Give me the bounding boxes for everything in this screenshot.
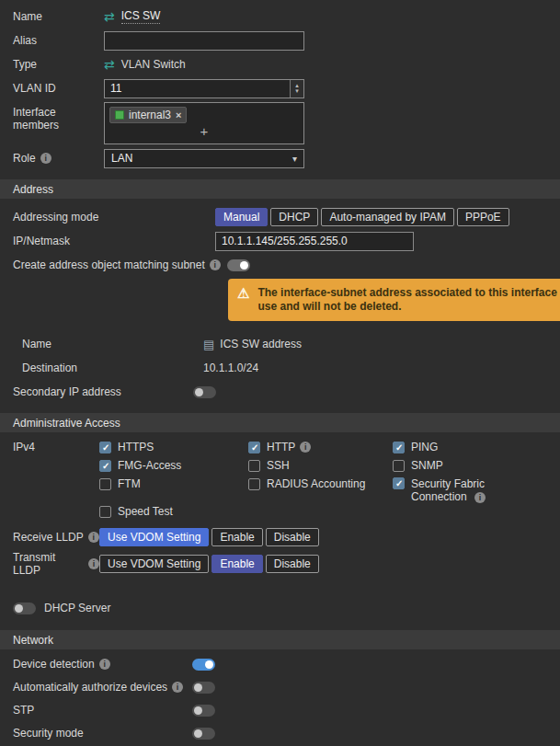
info-icon[interactable]: i bbox=[40, 153, 51, 164]
destination-label: Destination bbox=[0, 362, 203, 374]
addressing-ipam-button[interactable]: Auto-managed by IPAM bbox=[321, 208, 454, 226]
checkbox-https[interactable] bbox=[99, 442, 111, 453]
auto-authorize-devices-label: Automatically authorize devices bbox=[13, 681, 167, 694]
remove-member-icon[interactable]: × bbox=[176, 109, 181, 121]
checkbox-label: HTTP bbox=[267, 441, 295, 453]
checkbox-label: FTM bbox=[118, 477, 141, 490]
type-value: VLAN Switch bbox=[121, 58, 186, 71]
receive-lldp-row: Receive LLDP i Use VDOM Setting Enable D… bbox=[0, 527, 560, 547]
ip-netmask-row: IP/Netmask bbox=[0, 231, 560, 251]
stp-row: STP bbox=[0, 704, 560, 717]
info-icon[interactable]: i bbox=[88, 532, 99, 543]
checkbox-row-snmp: SNMP bbox=[393, 459, 505, 472]
stp-toggle[interactable] bbox=[192, 705, 215, 717]
interface-members-box[interactable]: internal3 × + bbox=[104, 102, 304, 144]
checkbox-row-fmg-access: FMG-Access bbox=[99, 459, 248, 472]
info-icon[interactable]: i bbox=[474, 492, 486, 503]
checkbox-ssh[interactable] bbox=[248, 460, 260, 472]
alias-row: Alias bbox=[0, 30, 560, 51]
address-object-name-label: Name bbox=[0, 338, 203, 350]
interface-icon bbox=[115, 110, 124, 120]
info-icon[interactable]: i bbox=[88, 558, 99, 569]
security-mode-toggle[interactable] bbox=[192, 728, 215, 740]
destination-value: 10.1.1.0/24 bbox=[203, 362, 258, 374]
ipv4-access-row: IPv4 HTTPS FMG-Access FTM Speed Test bbox=[0, 441, 560, 523]
warning-line-2: use and will not be deleted. bbox=[257, 300, 560, 314]
stp-label: STP bbox=[13, 704, 34, 717]
addressing-dhcp-button[interactable]: DHCP bbox=[270, 208, 318, 226]
interface-member-chip[interactable]: internal3 × bbox=[109, 107, 187, 123]
checkbox-radius-accounting[interactable] bbox=[248, 478, 260, 490]
interface-edit-form: Name ⇄ ICS SW Alias Type ⇄ VLAN Switch V… bbox=[0, 0, 560, 740]
checkbox-row-ftm: FTM bbox=[99, 477, 248, 490]
checkbox-row-ping: PING bbox=[393, 441, 505, 453]
create-address-object-toggle[interactable] bbox=[227, 259, 250, 271]
ipv4-column-1: HTTPS FMG-Access FTM Speed Test bbox=[99, 441, 248, 523]
vlan-switch-icon: ⇄ bbox=[104, 10, 115, 23]
addressing-pppoe-button[interactable]: PPPoE bbox=[457, 208, 509, 226]
checkbox-http[interactable] bbox=[248, 442, 260, 453]
info-icon[interactable]: i bbox=[99, 659, 110, 670]
transmit-lldp-label-wrap: Transmit LLDP i bbox=[0, 551, 99, 577]
info-icon[interactable]: i bbox=[210, 259, 221, 270]
transmit-lldp-enable-button[interactable]: Enable bbox=[211, 555, 262, 573]
vlan-id-spinner[interactable]: ▴ ▾ bbox=[290, 80, 303, 98]
transmit-lldp-disable-button[interactable]: Disable bbox=[266, 555, 319, 573]
secondary-ip-toggle[interactable] bbox=[193, 386, 216, 398]
role-label: Role bbox=[13, 152, 36, 165]
dhcp-server-row: DHCP Server bbox=[0, 597, 560, 619]
ip-netmask-input[interactable] bbox=[215, 232, 414, 251]
spinner-down-icon[interactable]: ▾ bbox=[295, 88, 299, 94]
checkbox-label: Speed Test bbox=[118, 505, 173, 518]
checkbox-label: PING bbox=[411, 441, 438, 453]
checkbox-snmp[interactable] bbox=[393, 460, 405, 472]
transmit-lldp-label: Transmit LLDP bbox=[13, 551, 84, 577]
chevron-down-icon: ▾ bbox=[292, 154, 297, 164]
role-label-wrap: Role i bbox=[0, 152, 104, 165]
role-select[interactable]: LAN ▾ bbox=[104, 149, 304, 168]
role-value: LAN bbox=[111, 152, 132, 165]
receive-lldp-label-wrap: Receive LLDP i bbox=[0, 531, 99, 544]
admin-access-section-header: Administrative Access bbox=[0, 413, 560, 432]
secondary-ip-label: Secondary IP address bbox=[0, 385, 193, 398]
checkbox-fmg-access[interactable] bbox=[99, 460, 111, 472]
ipv4-label: IPv4 bbox=[0, 441, 99, 453]
alias-input[interactable] bbox=[104, 31, 304, 51]
auto-authorize-devices-toggle[interactable] bbox=[192, 682, 215, 694]
info-icon[interactable]: i bbox=[300, 442, 311, 453]
checkbox-label: HTTPS bbox=[118, 441, 154, 453]
vlan-id-label: VLAN ID bbox=[0, 82, 104, 95]
checkbox-row-speed-test: Speed Test bbox=[99, 505, 248, 518]
security-mode-row: Security mode bbox=[0, 727, 560, 740]
address-section-header: Address bbox=[0, 179, 560, 199]
interface-name-value[interactable]: ICS SW bbox=[121, 9, 161, 24]
warning-icon: ⚠ bbox=[237, 286, 249, 300]
device-detection-toggle[interactable] bbox=[192, 659, 215, 671]
receive-lldp-enable-button[interactable]: Enable bbox=[211, 528, 262, 546]
checkbox-row-https: HTTPS bbox=[99, 441, 248, 453]
checkbox-ping[interactable] bbox=[393, 442, 405, 453]
checkbox-security-fabric-connection[interactable] bbox=[393, 477, 405, 489]
add-member-button[interactable]: + bbox=[109, 123, 299, 139]
checkbox-ftm[interactable] bbox=[99, 478, 111, 490]
dhcp-server-label: DHCP Server bbox=[44, 602, 110, 614]
receive-lldp-label: Receive LLDP bbox=[13, 531, 84, 544]
checkbox-speed-test[interactable] bbox=[99, 506, 111, 518]
ipv4-column-3: PING SNMP Security Fabric Connection i bbox=[393, 441, 505, 509]
role-row: Role i LAN ▾ bbox=[0, 148, 560, 168]
receive-lldp-vdom-button[interactable]: Use VDOM Setting bbox=[99, 528, 209, 546]
addressing-mode-label: Addressing mode bbox=[0, 211, 215, 224]
receive-lldp-disable-button[interactable]: Disable bbox=[266, 528, 319, 546]
device-detection-label: Device detection bbox=[13, 658, 95, 671]
auto-authorize-devices-row: Automatically authorize devices i bbox=[0, 681, 560, 694]
addressing-manual-button[interactable]: Manual bbox=[215, 208, 268, 226]
transmit-lldp-vdom-button[interactable]: Use VDOM Setting bbox=[99, 555, 209, 573]
addressing-mode-row: Addressing mode Manual DHCP Auto-managed… bbox=[0, 207, 560, 227]
ipv4-column-2: HTTP i SSH RADIUS Accounting bbox=[248, 441, 393, 496]
info-icon[interactable]: i bbox=[172, 682, 183, 693]
checkbox-label: RADIUS Accounting bbox=[267, 477, 365, 490]
checkbox-row-radius-accounting: RADIUS Accounting bbox=[248, 477, 393, 490]
vlan-id-input[interactable] bbox=[105, 80, 290, 98]
dhcp-server-toggle[interactable] bbox=[13, 603, 36, 614]
warning-line-1: The interface-subnet address associated … bbox=[257, 286, 560, 300]
